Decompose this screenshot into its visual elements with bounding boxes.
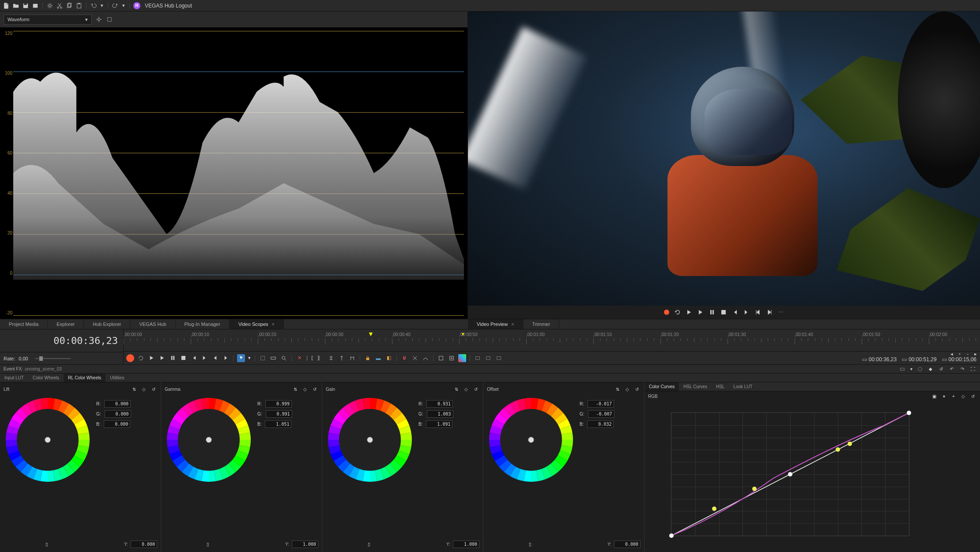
wheel-control-dot[interactable] (206, 437, 212, 443)
fx-chain-dropdown-icon[interactable]: ▾ (909, 366, 913, 373)
zoom-out-icon[interactable]: − (964, 351, 971, 358)
normal-edit-tool-icon[interactable] (237, 354, 245, 362)
curves-reset-icon[interactable]: ↺ (969, 393, 976, 400)
scope-refresh-icon[interactable] (106, 16, 113, 23)
ripple-icon[interactable]: ◧ (385, 354, 393, 362)
b-input[interactable] (426, 420, 452, 428)
curvestab-color-curves[interactable]: Color Curves (645, 382, 679, 391)
timeline-ruler[interactable]: ,00:00:00,00:00:10,00:00:20,00:00:30,00:… (124, 329, 980, 364)
curve-point[interactable] (836, 447, 840, 452)
rate-slider[interactable] (35, 358, 71, 359)
wheel-slider-icon[interactable]: ▯ (204, 541, 211, 548)
tab-video-preview[interactable]: Video Preview× (468, 319, 524, 329)
envelope-tool-icon[interactable] (269, 354, 277, 362)
tab-trimmer[interactable]: Trimmer (524, 319, 560, 329)
redo-dropdown-icon[interactable]: ▾ (121, 2, 126, 9)
stop-icon[interactable] (720, 309, 727, 315)
zoom-tool-icon[interactable] (280, 354, 288, 362)
wheel-reset-icon[interactable]: ↺ (150, 386, 157, 393)
color-wheel-gain[interactable] (326, 396, 414, 484)
wheel-control-dot[interactable] (367, 437, 373, 443)
b-input[interactable] (265, 420, 291, 428)
fx-bypass-icon[interactable] (916, 366, 923, 373)
undo-dropdown-icon[interactable]: ▾ (100, 2, 104, 9)
close-icon[interactable]: × (272, 321, 275, 327)
color-wheel-offset[interactable] (487, 396, 575, 484)
color-grading-icon[interactable] (458, 354, 466, 362)
curve-point[interactable] (848, 442, 852, 446)
curves-dropdown-icon[interactable]: ▾ (940, 393, 947, 400)
record-button[interactable] (126, 354, 134, 362)
wheel-control-dot[interactable] (45, 437, 51, 443)
curve-point[interactable] (752, 487, 757, 491)
quantize-icon[interactable] (411, 354, 419, 362)
curves-remove-point-icon[interactable]: ◇ (960, 393, 967, 400)
fx-chain-icon[interactable] (899, 366, 906, 373)
playhead-marker[interactable]: ▼ (368, 330, 374, 337)
curve-point[interactable] (669, 533, 674, 538)
selection-end-readout[interactable]: ▭00:00:51,29 (902, 356, 936, 363)
split-icon[interactable] (327, 354, 335, 362)
automation-icon[interactable]: ▬ (374, 354, 382, 362)
fx-keyframe-icon[interactable]: ◆ (927, 366, 934, 373)
go-to-end-icon[interactable] (743, 309, 750, 315)
auto-crossfade-icon[interactable] (422, 354, 430, 362)
wheel-reset-icon[interactable]: ↺ (633, 386, 641, 393)
g-input[interactable] (427, 410, 453, 418)
color-wheel-gamma[interactable] (165, 396, 253, 484)
prev-frame-icon[interactable] (755, 309, 761, 315)
curve-point[interactable] (712, 507, 716, 511)
tab-hub-explorer[interactable]: Hub Explorer (84, 319, 130, 329)
play-from-start-icon[interactable] (686, 309, 692, 315)
cut-icon[interactable] (56, 2, 63, 9)
region-icon[interactable] (348, 354, 356, 362)
play-from-start-icon[interactable] (147, 354, 155, 362)
hub-badge-icon[interactable]: H (133, 2, 140, 9)
generators-icon[interactable] (448, 354, 456, 362)
wheel-reset-icon[interactable]: ↺ (311, 386, 318, 393)
curve-grid[interactable] (671, 412, 909, 536)
subtab-color-wheels[interactable]: Color Wheels (28, 374, 64, 382)
r-input[interactable] (104, 400, 131, 408)
wheel-keyframe-icon[interactable]: ◇ (302, 386, 309, 393)
render-icon[interactable] (32, 2, 39, 9)
redo-icon[interactable] (112, 2, 119, 9)
next-frame-icon[interactable] (222, 354, 230, 362)
next-frame-icon[interactable] (766, 309, 773, 315)
delete-icon[interactable]: ✕ (295, 354, 303, 362)
zoom-in-icon[interactable]: + (956, 351, 963, 358)
color-wheel-lift[interactable] (4, 396, 92, 484)
wheel-keyframe-icon[interactable]: ◇ (624, 386, 631, 393)
open-folder-icon[interactable] (12, 2, 19, 9)
fx-expand-icon[interactable]: ⛶ (969, 366, 976, 373)
prev-frame-icon[interactable] (211, 354, 219, 362)
go-start-icon[interactable] (190, 354, 198, 362)
snap-icon[interactable] (400, 354, 408, 362)
curvestab-hsl-curves[interactable]: HSL Curves (679, 382, 712, 391)
r-input[interactable] (426, 400, 453, 408)
loop-playback-icon[interactable] (137, 354, 145, 362)
output-fx-icon[interactable] (495, 354, 503, 362)
subtab-utilities[interactable]: Utilities (106, 374, 128, 382)
b-input[interactable] (104, 420, 130, 428)
tab-explorer[interactable]: Explorer (48, 319, 84, 329)
y-input[interactable] (131, 541, 157, 548)
save-icon[interactable] (22, 2, 29, 9)
r-input[interactable] (588, 400, 614, 408)
go-to-start-icon[interactable] (732, 309, 738, 315)
subtab-rl-color-wheels[interactable]: RL Color Wheels (64, 374, 106, 382)
b-input[interactable] (587, 420, 614, 428)
new-file-icon[interactable] (3, 2, 10, 9)
wheel-expand-icon[interactable]: ⇅ (614, 386, 621, 393)
rate-slider-thumb[interactable] (39, 356, 43, 361)
wheel-control-dot[interactable] (528, 437, 534, 443)
wheel-keyframe-icon[interactable]: ◇ (140, 386, 147, 393)
go-end-icon[interactable] (200, 354, 208, 362)
subtab-input-lut[interactable]: Input LUT (0, 374, 28, 382)
g-input[interactable] (105, 410, 131, 418)
r-input[interactable] (265, 400, 292, 408)
marker-icon[interactable] (338, 354, 346, 362)
tab-video-scopes[interactable]: Video Scopes× (230, 319, 284, 329)
play-icon[interactable] (158, 354, 166, 362)
tab-project-media[interactable]: Project Media (0, 319, 48, 329)
